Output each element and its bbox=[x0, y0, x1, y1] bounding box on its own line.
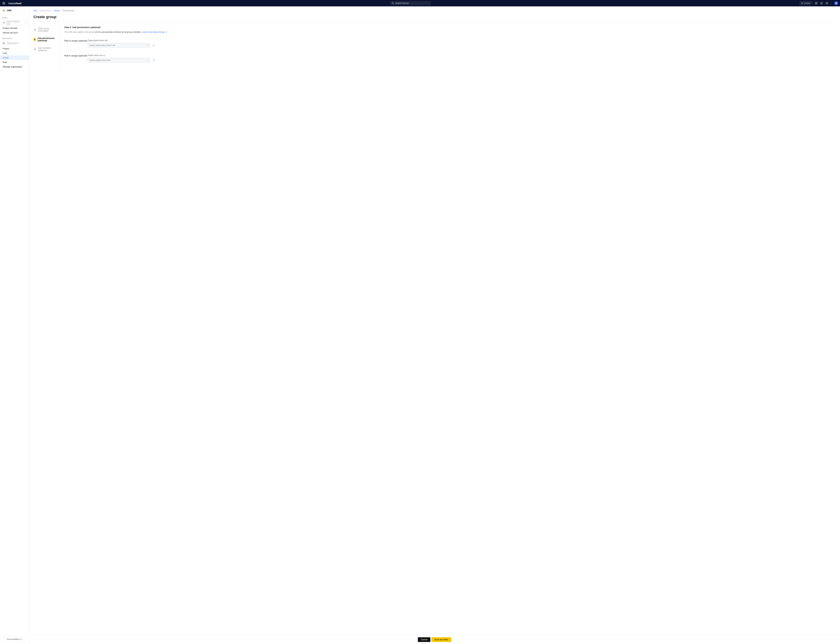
main: IAM › kakaocloud-x › Group › Create grou… bbox=[29, 7, 840, 644]
role-label: Role to assign (optional) bbox=[64, 54, 87, 62]
delete-org-role-button[interactable] bbox=[152, 44, 155, 47]
cloud-icon bbox=[3, 21, 5, 24]
topbar: kakaocloud Search service Global S bbox=[0, 0, 840, 7]
sidebar-header: IAM bbox=[0, 7, 29, 15]
svg-point-2 bbox=[802, 3, 802, 3]
chevron-down-icon bbox=[147, 44, 148, 46]
sidebar: IAM Project chaos-manual-test Project me… bbox=[0, 7, 29, 644]
person-icon bbox=[2, 9, 5, 12]
project-name-blurred: chaos-manual-test bbox=[7, 20, 23, 25]
nav-project[interactable]: Project bbox=[0, 46, 29, 51]
role-sublabel-org: Organization-level role bbox=[87, 39, 836, 42]
panel-icon[interactable] bbox=[815, 2, 818, 5]
role-label: Role to assign (optional) bbox=[64, 39, 87, 48]
search-placeholder: Search service bbox=[395, 2, 408, 4]
logo-normal: kakao bbox=[8, 2, 15, 5]
user-avatar[interactable]: S bbox=[834, 2, 838, 5]
page-title: Create group bbox=[33, 15, 836, 19]
project-section-label: Project bbox=[0, 15, 29, 20]
svg-point-8 bbox=[3, 10, 4, 10]
nav-role[interactable]: Role bbox=[0, 60, 29, 64]
documentation-button[interactable]: Documentation bbox=[2, 637, 26, 641]
external-link-icon bbox=[20, 639, 22, 640]
panel-description: The IAM roles added to the group will be… bbox=[64, 31, 836, 33]
search-icon bbox=[392, 2, 394, 4]
location-pin-icon bbox=[801, 2, 803, 4]
org-name-blurred: kakaocloud-x bbox=[7, 42, 19, 44]
save-next-button[interactable]: Save and Next bbox=[432, 637, 451, 642]
step-list: 1 Enter group information 2 Add permissi… bbox=[33, 26, 60, 68]
region-label: Global bbox=[804, 2, 810, 4]
svg-rect-3 bbox=[815, 2, 817, 4]
footer: Cancel Save and Next bbox=[29, 635, 840, 644]
help-icon[interactable] bbox=[825, 2, 828, 5]
org-selector[interactable]: kakaocloud-x bbox=[0, 41, 29, 46]
region-selector[interactable]: Global bbox=[799, 1, 812, 5]
role-sublabel-project: Project-level role ? bbox=[87, 54, 836, 57]
chevron-down-icon bbox=[147, 59, 148, 61]
svg-point-0 bbox=[392, 3, 394, 4]
step-1[interactable]: 1 Enter group information bbox=[33, 26, 59, 33]
search-service-box[interactable]: Search service bbox=[390, 1, 431, 5]
panel-title: Step 2: Add permissions (optional) bbox=[64, 26, 836, 28]
trash-icon bbox=[152, 44, 155, 47]
project-role-select[interactable]: Select project-level role bbox=[87, 58, 150, 62]
breadcrumb-org[interactable]: kakaocloud-x bbox=[40, 10, 51, 12]
nav-user[interactable]: User bbox=[0, 51, 29, 56]
org-icon bbox=[2, 42, 5, 44]
nav-project-member[interactable]: Project member bbox=[0, 26, 29, 30]
step-2[interactable]: 2 Add permissions (optional) bbox=[33, 36, 59, 43]
nav-manage-org[interactable]: Manage organization bbox=[0, 64, 29, 69]
delete-project-role-button[interactable] bbox=[152, 59, 155, 62]
breadcrumbs: IAM › kakaocloud-x › Group › Create grou… bbox=[33, 10, 836, 12]
breadcrumb-current: Create group bbox=[62, 10, 74, 12]
role-row-org: Role to assign (optional) Organization-l… bbox=[64, 38, 836, 51]
project-selector[interactable]: chaos-manual-test bbox=[2, 20, 28, 25]
service-name: IAM bbox=[7, 9, 12, 12]
step-3[interactable]: 3 Add members (optional) bbox=[33, 46, 59, 53]
external-link-icon bbox=[165, 31, 167, 33]
breadcrumb-group[interactable]: Group bbox=[54, 10, 59, 12]
svg-line-1 bbox=[393, 3, 394, 4]
nav-service-account[interactable]: Service account bbox=[0, 30, 29, 35]
breadcrumb-iam[interactable]: IAM bbox=[33, 10, 37, 12]
learn-more-link[interactable]: Learn more about Group. bbox=[142, 31, 167, 33]
logo-bold: cloud bbox=[15, 2, 21, 5]
org-role-select[interactable]: Select organization-level role bbox=[87, 43, 150, 48]
org-section-label: Organization bbox=[0, 35, 29, 40]
info-icon[interactable]: ? bbox=[103, 54, 105, 56]
role-row-project: Role to assign (optional) Project-level … bbox=[64, 53, 836, 66]
apps-grid-icon[interactable] bbox=[2, 2, 5, 5]
nav-group[interactable]: Group bbox=[0, 56, 29, 60]
trash-icon bbox=[152, 59, 155, 62]
cancel-button[interactable]: Cancel bbox=[418, 637, 430, 642]
step-panel: Step 2: Add permissions (optional) The I… bbox=[64, 26, 836, 68]
logo[interactable]: kakaocloud bbox=[8, 2, 21, 5]
download-icon[interactable] bbox=[820, 2, 823, 5]
chevron-right-icon bbox=[25, 22, 26, 23]
